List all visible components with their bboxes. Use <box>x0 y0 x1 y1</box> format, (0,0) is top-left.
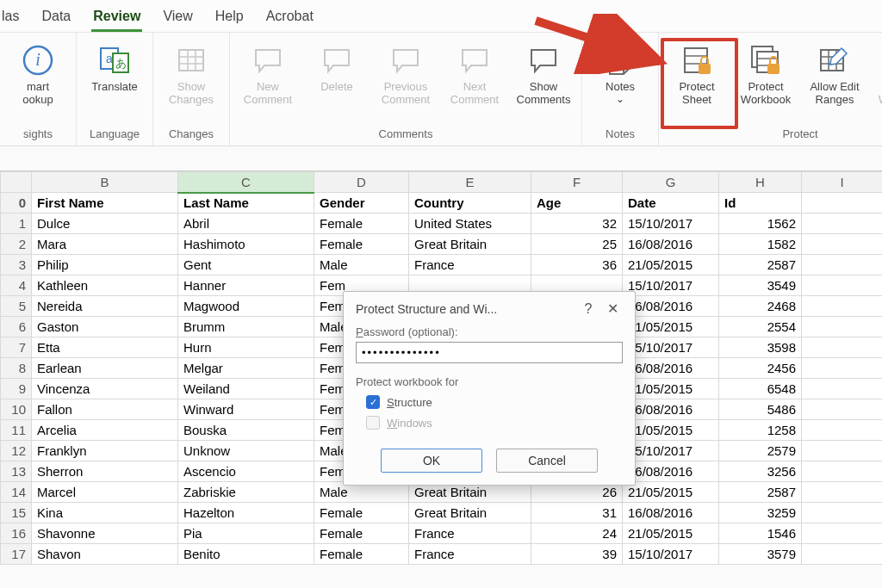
cell[interactable]: 5486 <box>719 399 802 420</box>
cell[interactable]: 36 <box>531 255 623 275</box>
cell[interactable]: Shavonne <box>32 523 178 544</box>
cell[interactable]: 16/08/2016 <box>623 399 719 420</box>
cell[interactable] <box>802 420 883 441</box>
cell[interactable]: Hanner <box>178 275 314 296</box>
cell[interactable]: Male <box>314 255 409 275</box>
cell[interactable] <box>802 544 883 565</box>
show-comments-button[interactable]: ShowComments <box>511 38 576 110</box>
column-header[interactable]: D <box>314 172 409 193</box>
cell[interactable]: 21/05/2015 <box>623 482 719 503</box>
cell[interactable]: 31 <box>531 503 623 523</box>
column-header[interactable]: F <box>531 172 623 193</box>
cell[interactable]: 3579 <box>719 544 802 565</box>
cell[interactable]: 1582 <box>719 234 802 255</box>
cell[interactable]: 39 <box>531 544 623 565</box>
cell[interactable] <box>802 503 883 523</box>
cell[interactable] <box>802 193 883 214</box>
cell[interactable] <box>802 358 883 379</box>
cell[interactable]: 1258 <box>719 420 802 441</box>
cell[interactable]: Female <box>314 503 409 523</box>
cell[interactable]: 16/08/2016 <box>623 503 719 523</box>
cell[interactable]: Great Britain <box>409 234 531 255</box>
cell[interactable]: Hashimoto <box>178 234 314 255</box>
column-header[interactable]: G <box>623 172 719 193</box>
row-header[interactable]: 5 <box>1 296 32 317</box>
cell[interactable]: 21/05/2015 <box>623 379 719 399</box>
cell[interactable]: Earlean <box>32 358 178 379</box>
cell[interactable]: 15/10/2017 <box>623 441 719 461</box>
tab-view[interactable]: View <box>161 5 194 32</box>
cell[interactable]: Age <box>531 193 623 214</box>
cell[interactable]: 3598 <box>719 337 802 358</box>
row-header[interactable]: 7 <box>1 337 32 358</box>
cell[interactable]: 15/10/2017 <box>623 337 719 358</box>
smart-lookup-button[interactable]: imartookup <box>5 38 71 110</box>
row-header[interactable]: 10 <box>1 399 32 420</box>
cell[interactable]: France <box>409 544 531 565</box>
cell[interactable]: Country <box>409 193 531 214</box>
cell[interactable] <box>802 482 883 503</box>
dialog-help-button[interactable]: ? <box>576 301 600 317</box>
translate-button[interactable]: aあTranslate <box>82 38 147 97</box>
row-header[interactable]: 16 <box>1 523 32 544</box>
tab-review[interactable]: Review <box>91 5 142 32</box>
cell[interactable]: 2468 <box>719 296 802 317</box>
cell[interactable]: United States <box>409 214 531 234</box>
protect-workbook-button[interactable]: ProtectWorkbook <box>733 38 798 110</box>
tab-acrobat[interactable]: Acrobat <box>264 5 315 32</box>
cell[interactable]: Melgar <box>178 358 314 379</box>
column-header[interactable]: C <box>178 172 314 193</box>
cell[interactable] <box>802 523 883 544</box>
cell[interactable] <box>802 441 883 461</box>
cell[interactable]: Weiland <box>178 379 314 399</box>
cell[interactable] <box>802 317 883 337</box>
cell[interactable] <box>802 255 883 275</box>
row-header[interactable]: 2 <box>1 234 32 255</box>
cell[interactable] <box>802 275 883 296</box>
cell[interactable]: Zabriskie <box>178 482 314 503</box>
cell[interactable]: Female <box>314 523 409 544</box>
password-input[interactable] <box>356 342 623 363</box>
cell[interactable] <box>802 234 883 255</box>
cell[interactable] <box>802 337 883 358</box>
cell[interactable]: 2587 <box>719 255 802 275</box>
row-header[interactable]: 3 <box>1 255 32 275</box>
protect-sheet-button[interactable]: ProtectSheet <box>664 38 730 110</box>
cell[interactable] <box>802 296 883 317</box>
row-header[interactable]: 12 <box>1 441 32 461</box>
cell[interactable]: 21/05/2015 <box>623 317 719 337</box>
cell[interactable]: 24 <box>531 523 623 544</box>
cell[interactable]: Gender <box>314 193 409 214</box>
allow-edit-ranges-button[interactable]: Allow EditRanges <box>802 38 867 110</box>
cell[interactable]: Bouska <box>178 420 314 441</box>
cell[interactable]: 2456 <box>719 358 802 379</box>
cell[interactable]: Female <box>314 544 409 565</box>
row-header[interactable]: 9 <box>1 379 32 399</box>
cell[interactable]: Franklyn <box>32 441 178 461</box>
cell[interactable]: Fallon <box>32 399 178 420</box>
cell[interactable]: 16/08/2016 <box>623 358 719 379</box>
row-header[interactable]: 14 <box>1 482 32 503</box>
cell[interactable]: 21/05/2015 <box>623 523 719 544</box>
cell[interactable]: Vincenza <box>32 379 178 399</box>
row-header[interactable]: 1 <box>1 214 32 234</box>
cell[interactable]: Dulce <box>32 214 178 234</box>
cell[interactable]: Gent <box>178 255 314 275</box>
row-header[interactable]: 17 <box>1 544 32 565</box>
cell[interactable]: 6548 <box>719 379 802 399</box>
cell[interactable]: Mara <box>32 234 178 255</box>
cell[interactable]: 15/10/2017 <box>623 214 719 234</box>
cell[interactable]: Great Britain <box>409 503 531 523</box>
cell[interactable]: Female <box>314 234 409 255</box>
cell[interactable]: 3259 <box>719 503 802 523</box>
cell[interactable]: Benito <box>178 544 314 565</box>
cell[interactable]: France <box>409 523 531 544</box>
cell[interactable]: 2579 <box>719 441 802 461</box>
cell[interactable]: France <box>409 255 531 275</box>
cell[interactable]: Date <box>623 193 719 214</box>
cell[interactable]: Etta <box>32 337 178 358</box>
row-header[interactable]: 8 <box>1 358 32 379</box>
cell[interactable] <box>802 214 883 234</box>
row-header[interactable]: 6 <box>1 317 32 337</box>
cell[interactable]: Last Name <box>178 193 314 214</box>
